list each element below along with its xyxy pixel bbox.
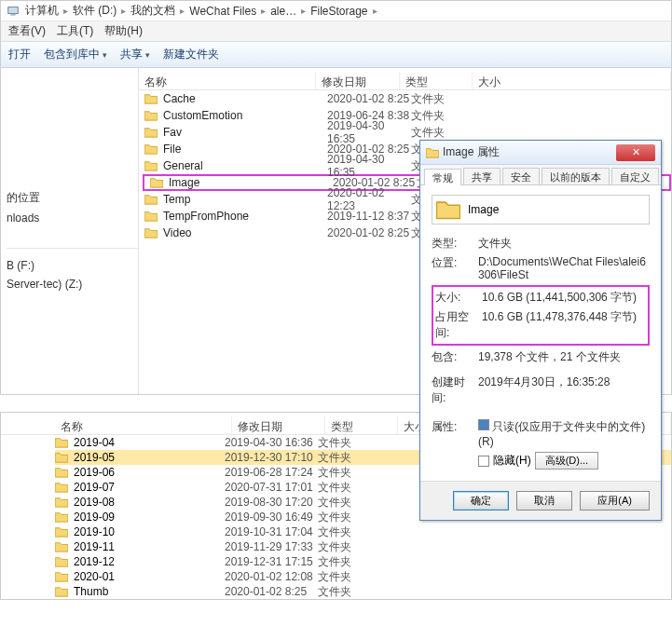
file-date: 2019-12-31 17:15 — [225, 555, 318, 568]
folder-icon — [55, 511, 68, 523]
svg-rect-0 — [8, 7, 19, 13]
dialog-tabs: 常规 共享 安全 以前的版本 自定义 — [420, 165, 661, 185]
file-date: 2019-04-30 16:36 — [225, 436, 318, 449]
file-row[interactable]: Cache2020-01-02 8:25文件夹 — [139, 90, 671, 107]
folder-icon — [144, 227, 158, 238]
file-name: 2019-10 — [55, 525, 225, 538]
tab-share[interactable]: 共享 — [463, 168, 501, 184]
breadcrumb-seg[interactable]: 软件 (D:) — [71, 3, 118, 19]
value-ondisk: 10.6 GB (11,478,376,448 字节) — [482, 309, 646, 341]
file-name: General — [163, 159, 327, 172]
file-type: 文件夹 — [318, 450, 391, 466]
folder-icon — [426, 147, 439, 158]
header-date[interactable]: 修改日期 — [232, 416, 325, 434]
cancel-button[interactable]: 取消 — [516, 491, 572, 511]
hidden-checkbox[interactable] — [478, 456, 489, 467]
tb-share[interactable]: 共享▾ — [120, 47, 150, 62]
file-type: 文件夹 — [318, 480, 391, 496]
file-date: 2020-01-02 8:25 — [327, 92, 411, 105]
file-type: 文件夹 — [318, 510, 391, 525]
folder-icon — [55, 482, 68, 493]
file-date: 2019-12-30 17:10 — [225, 451, 318, 464]
file-row[interactable]: 2019-112019-11-29 17:33文件夹 — [55, 539, 671, 554]
tab-custom[interactable]: 自定义 — [611, 168, 659, 184]
dialog-titlebar[interactable]: Image 属性 ✕ — [420, 141, 661, 165]
breadcrumb-seg[interactable]: ale… — [268, 5, 298, 18]
file-type: 文件夹 — [318, 465, 391, 481]
header-type[interactable]: 类型 — [400, 72, 473, 89]
folder-icon — [144, 160, 158, 171]
file-date: 2020-01-02 12:08 — [225, 570, 318, 583]
folder-icon — [144, 194, 158, 205]
file-date: 2020-01-02 12:23 — [327, 186, 411, 212]
tab-previous[interactable]: 以前的版本 — [542, 168, 610, 184]
folder-icon — [55, 467, 68, 478]
file-row[interactable]: 2020-012020-01-02 12:08文件夹 — [55, 569, 671, 584]
header-name[interactable]: 名称 — [139, 72, 316, 89]
file-row[interactable]: Thumb2020-01-02 8:25文件夹 — [55, 584, 671, 599]
sidebar-item[interactable]: Server-tec) (Z:) — [7, 277, 138, 292]
header-date[interactable]: 修改日期 — [316, 72, 400, 89]
tab-general[interactable]: 常规 — [424, 169, 461, 185]
file-name: 2019-12 — [55, 555, 225, 568]
file-date: 2019-06-28 17:24 — [225, 466, 318, 479]
breadcrumb-seg[interactable]: 我的文档 — [129, 3, 177, 19]
breadcrumb-seg[interactable]: FileStorage — [309, 5, 369, 18]
menu-tools[interactable]: 工具(T) — [57, 23, 93, 39]
breadcrumb-seg[interactable]: WeChat Files — [187, 5, 258, 18]
menu-help[interactable]: 帮助(H) — [104, 23, 143, 39]
folder-icon — [144, 143, 158, 155]
sidebar-item[interactable]: nloads — [7, 211, 138, 225]
file-name: 2019-07 — [55, 481, 225, 494]
ok-button[interactable]: 确定 — [453, 491, 509, 511]
file-row[interactable]: 2019-102019-10-31 17:04文件夹 — [55, 524, 671, 539]
file-name: Thumb — [55, 585, 225, 598]
file-type: 文件夹 — [411, 108, 484, 124]
advanced-button[interactable]: 高级(D)... — [535, 452, 598, 470]
sidebar-item[interactable]: 的位置 — [7, 189, 138, 207]
file-name: Cache — [163, 92, 327, 105]
label-ondisk: 占用空间: — [435, 309, 482, 341]
label-contains: 包含: — [432, 349, 478, 365]
folder-icon — [144, 93, 158, 104]
chevron-right-icon: ▸ — [298, 6, 309, 16]
folder-name-row — [432, 195, 650, 225]
tb-open[interactable]: 打开 — [8, 47, 31, 62]
tb-newfolder[interactable]: 新建文件夹 — [163, 47, 219, 62]
apply-button[interactable]: 应用(A) — [580, 491, 650, 511]
folder-icon — [55, 526, 68, 538]
folder-icon — [150, 177, 163, 188]
tb-include[interactable]: 包含到库中▾ — [44, 47, 107, 62]
readonly-label: 只读(仅应用于文件夹中的文件)(R) — [478, 420, 645, 448]
file-name: Image — [169, 176, 333, 189]
readonly-checkbox[interactable] — [478, 419, 489, 430]
header-size[interactable]: 大小 — [473, 72, 671, 89]
file-type: 文件夹 — [318, 569, 391, 585]
header-name[interactable]: 名称 — [55, 416, 232, 434]
header-type[interactable]: 类型 — [325, 416, 398, 434]
file-type: 文件夹 — [411, 91, 484, 107]
file-date: 2019-11-12 8:37 — [327, 210, 411, 223]
svg-rect-1 — [10, 14, 15, 15]
folder-icon — [55, 541, 68, 552]
highlight-box: 大小:10.6 GB (11,441,500,306 字节) 占用空间:10.6… — [432, 285, 650, 346]
folder-icon — [55, 586, 68, 597]
folder-name-input[interactable] — [468, 203, 645, 216]
file-name: 2020-01 — [55, 570, 225, 583]
breadcrumb[interactable]: 计算机▸ 软件 (D:)▸ 我的文档▸ WeChat Files▸ ale…▸ … — [1, 1, 671, 21]
close-button[interactable]: ✕ — [616, 144, 655, 161]
breadcrumb-seg[interactable]: 计算机 — [23, 3, 61, 19]
value-location: D:\Documents\WeChat Files\alei6306\FileS… — [478, 255, 650, 281]
folder-icon — [144, 211, 158, 222]
tab-security[interactable]: 安全 — [502, 168, 540, 184]
menu-view[interactable]: 查看(V) — [8, 23, 46, 39]
file-row[interactable]: Fav2019-04-30 16:35文件夹 — [139, 124, 671, 141]
file-name: Fav — [163, 126, 327, 139]
file-name: 2019-09 — [55, 511, 225, 524]
sidebar-item[interactable]: B (F:) — [7, 258, 138, 273]
file-name: 2019-06 — [55, 466, 225, 479]
file-row[interactable]: 2019-122019-12-31 17:15文件夹 — [55, 554, 671, 569]
file-name: 2019-08 — [55, 496, 225, 509]
chevron-down-icon: ▾ — [145, 50, 150, 60]
folder-icon — [55, 556, 68, 567]
